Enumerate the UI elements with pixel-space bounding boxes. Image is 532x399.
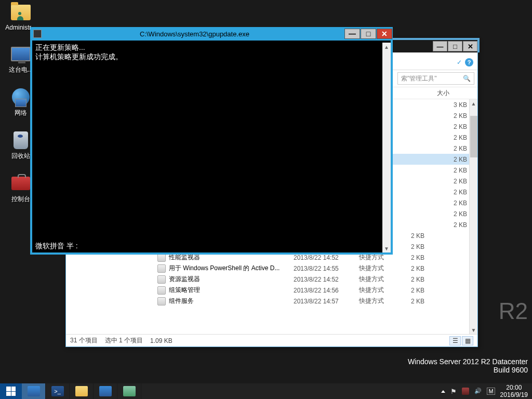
app-icon [123, 386, 136, 396]
ime-status: 微软拼音 半 : [35, 241, 78, 250]
console-scrollbar[interactable]: ▲▼ [382, 43, 391, 252]
windows-logo-icon [6, 387, 16, 396]
status-size: 1.09 KB [150, 337, 172, 344]
status-bar: 31 个项目 选中 1 个项目 1.09 KB ☰ ▦ [66, 334, 477, 347]
action-center-icon[interactable]: ⚑ [450, 388, 457, 395]
shortcut-icon [157, 286, 166, 295]
taskbar-app2[interactable] [117, 383, 141, 399]
console-minimize-button[interactable]: — [344, 29, 360, 39]
folder-user-icon [11, 5, 31, 20]
shortcut-icon [157, 264, 166, 273]
status-item-count: 31 个项目 [70, 336, 98, 345]
shortcut-icon [157, 297, 166, 305]
powershell-icon: >_ [51, 386, 64, 396]
search-icon: 🔍 [463, 75, 471, 82]
shortcut-icon [157, 275, 166, 284]
taskbar-app1[interactable] [94, 383, 117, 399]
network-icon [12, 88, 30, 106]
table-row[interactable]: 资源监视器2013/8/22 14:52快捷方式2 KB [66, 274, 477, 285]
explorer-minimize-button[interactable]: — [433, 41, 447, 51]
console-output: 正在更新策略... 计算机策略更新成功完成。 微软拼音 半 : [32, 41, 391, 252]
table-row[interactable]: 组件服务2013/8/22 14:57快捷方式2 KB [66, 296, 477, 307]
taskbar-clock[interactable]: 20:00 2016/9/19 [500, 384, 528, 399]
volume-tray-icon[interactable]: 🔊 [474, 388, 482, 395]
status-selected: 选中 1 个项目 [105, 336, 143, 345]
tray-overflow-icon[interactable] [441, 390, 445, 393]
server-manager-icon [28, 386, 40, 396]
toolbox-icon [11, 177, 30, 190]
table-row[interactable]: 组策略管理2013/8/22 14:56快捷方式2 KB [66, 285, 477, 296]
ime-indicator[interactable]: M [487, 388, 495, 395]
help-icon[interactable]: ? [465, 58, 473, 66]
column-size: 大小 [417, 89, 469, 98]
system-tray: ⚑ 🔊 M 20:00 2016/9/19 [437, 383, 532, 399]
view-icons-button[interactable]: ▦ [462, 336, 473, 345]
folder-icon [75, 386, 88, 396]
console-titlebar[interactable]: C:\Windows\system32\gpupdate.exe — □ ✕ [30, 27, 393, 41]
windows-watermark: R2 Windows Server 2012 R2 Datacenter Bui… [408, 357, 528, 374]
table-row[interactable]: 用于 Windows PowerShell 的 Active D...2013/… [66, 263, 477, 274]
taskbar: >_ ⚑ 🔊 M 20:00 2016/9/19 [0, 383, 532, 399]
start-button[interactable] [0, 383, 22, 399]
app-icon [99, 386, 112, 396]
console-title: C:\Windows\system32\gpupdate.exe [45, 30, 344, 38]
explorer-close-button[interactable]: ✕ [463, 41, 477, 51]
console-close-button[interactable]: ✕ [377, 29, 392, 39]
network-tray-icon[interactable] [462, 388, 469, 395]
scrollbar-thumb[interactable] [470, 116, 477, 157]
taskbar-server-manager[interactable] [22, 383, 46, 399]
computer-icon [11, 47, 31, 61]
taskbar-explorer[interactable] [70, 383, 94, 399]
scrollbar-vertical[interactable]: ▲▼ [469, 99, 477, 334]
search-input[interactable]: 索"管理工具"🔍 [397, 72, 474, 85]
recycle-bin-icon [14, 131, 28, 149]
console-maximize-button[interactable]: □ [361, 29, 376, 39]
console-window[interactable]: C:\Windows\system32\gpupdate.exe — □ ✕ 正… [30, 27, 393, 255]
console-icon [33, 30, 42, 38]
taskbar-powershell[interactable]: >_ [46, 383, 70, 399]
explorer-maximize-button[interactable]: □ [448, 41, 462, 51]
view-details-button[interactable]: ☰ [449, 336, 461, 345]
